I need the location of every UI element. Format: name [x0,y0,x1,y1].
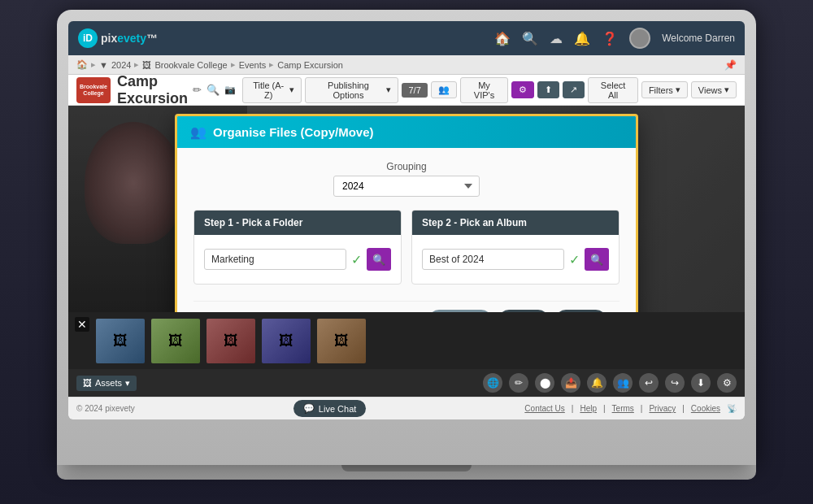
organize-button[interactable]: ⚙ [511,81,534,98]
camera-icon[interactable]: 📷 [224,85,236,95]
logo-text: pixevety™ [101,32,158,45]
laptop-base [57,465,756,480]
bottom-icon-bell[interactable]: 🔔 [587,373,606,393]
bottom-icon-forward[interactable]: ↪ [665,373,685,393]
folder-search-button[interactable]: 🔍 [367,248,391,271]
sort-button[interactable]: Title (A-Z) ▾ [242,77,302,103]
footer: © 2024 pixevety 💬 Live Chat Contact Us |… [68,397,745,419]
grouping-section: Grouping 2024 [193,161,620,197]
bottom-icon-upload[interactable]: 📤 [561,373,580,393]
edit-icon[interactable]: ✏ [193,84,202,96]
chevron-down-icon: ▾ [676,85,680,95]
grouping-select[interactable]: 2024 [333,176,480,197]
thumbnail-1[interactable]: 🖼 [96,319,145,363]
footer-help[interactable]: Help [580,404,597,413]
thumbnail-2[interactable]: 🖼 [151,319,200,363]
footer-privacy[interactable]: Privacy [649,404,676,413]
bottom-icon-globe[interactable]: 🌐 [483,373,502,393]
step2-header: Step 2 - Pick an Album [412,211,619,235]
footer-contact[interactable]: Contact Us [524,404,564,413]
live-chat-button[interactable]: 💬 Live Chat [293,400,366,417]
step2-box: Step 2 - Pick an Album ✓ 🔍 [411,210,620,285]
folder-input[interactable] [204,249,346,270]
share2-icon-btn[interactable]: ↗ [563,81,585,98]
bottom-icon-back[interactable]: ↩ [639,373,659,393]
step1-header: Step 1 - Pick a Folder [194,211,401,235]
footer-links: Contact Us | Help | Terms | Privacy | Co… [524,404,737,413]
footer-terms[interactable]: Terms [612,404,634,413]
breadcrumb: 🏠 ▸ ▼ 2024 ▸ 🖼 Brookvale College ▸ Event… [68,55,745,75]
copyright: © 2024 pixevety [76,404,135,413]
assets-button[interactable]: 🖼 Assets ▾ [76,376,137,391]
search-icon: 🔍 [372,254,385,266]
bottom-icon-edit[interactable]: ✏ [509,373,528,393]
footer-sep3: | [641,404,643,413]
laptop-shell: iD pixevety™ 🏠 🔍 ☁ 🔔 ❓ Welcome [57,10,756,465]
pin-icon[interactable]: 📌 [724,59,737,71]
thumb-image-1: 🖼 [96,319,145,363]
check-icon: ✓ [351,252,362,267]
breadcrumb-school[interactable]: Brookvale College [154,60,227,70]
breadcrumb-page: Camp Excursion [277,60,343,70]
nav-icons: 🏠 🔍 ☁ 🔔 ❓ Welcome Darren [494,28,735,49]
check-icon-2: ✓ [569,252,580,267]
vip-button[interactable]: My VIP's [460,77,509,103]
page-title: Camp Excursion [117,73,188,107]
breadcrumb-filter[interactable]: ▼ [99,60,108,70]
school-logo: Brookvale College [76,77,111,103]
breadcrumb-year[interactable]: 2024 [111,60,131,70]
thumbnail-strip: ✕ 🖼 🖼 🖼 🖼 [68,312,745,369]
step1-box: Step 1 - Pick a Folder ✓ 🔍 [193,210,402,285]
thumb-image-3: 🖼 [207,319,255,363]
footer-sep4: | [682,404,685,413]
thumbnail-3[interactable]: 🖼 [207,319,255,363]
count-button[interactable]: 7/7 [402,83,427,98]
footer-cookies[interactable]: Cookies [691,404,720,413]
share-icon-btn[interactable]: ⬆ [537,81,559,98]
modal-overlay: 👥 Organise Files (Copy/Move) Grouping 20… [68,106,745,312]
bottom-icon-download[interactable]: ⬇ [691,373,711,393]
breadcrumb-event[interactable]: Events [239,60,267,70]
thumbnail-5[interactable]: 🖼 [317,319,366,363]
footer-sep1: | [572,404,574,413]
home-icon[interactable]: 🏠 [494,31,511,46]
step2-content: ✓ 🔍 [412,235,619,284]
content-toolbar: Brookvale College Camp Excursion ✏ 🔍 📷 T… [68,75,745,106]
rss-icon[interactable]: 📡 [727,404,737,413]
thumb-image-5: 🖼 [317,319,366,363]
chevron-down-icon: ▾ [386,85,391,95]
modal-footer: CANCEL COPY MOVE [193,301,620,312]
album-input[interactable] [422,249,564,270]
help-icon[interactable]: ❓ [602,31,618,46]
organize-modal: 👥 Organise Files (Copy/Move) Grouping 20… [175,114,638,312]
page-title-area: Camp Excursion ✏ 🔍 📷 [117,73,236,107]
chat-icon: 💬 [303,403,315,414]
chevron-down-icon: ▾ [289,85,294,95]
chevron-down-icon: ▾ [724,85,729,95]
people-icon-btn[interactable]: 👥 [431,81,457,98]
bottom-icon-circle[interactable]: ⬤ [535,373,554,393]
steps-row: Step 1 - Pick a Folder ✓ 🔍 [193,210,620,285]
select-all-button[interactable]: Select All [588,77,638,103]
breadcrumb-icon: 🖼 [142,60,151,70]
album-search-button[interactable]: 🔍 [585,248,609,271]
upload-icon[interactable]: ☁ [550,31,563,46]
breadcrumb-home[interactable]: 🏠 [76,59,88,70]
bell-icon[interactable]: 🔔 [574,31,590,46]
avatar[interactable] [629,28,650,49]
thumbnail-4[interactable]: 🖼 [262,319,311,363]
title-search-icon[interactable]: 🔍 [207,84,220,96]
close-strip-button[interactable]: ✕ [75,317,89,332]
step2-label: Step 2 - Pick an Album [422,217,527,228]
filters-button[interactable]: Filters ▾ [641,81,688,98]
bottom-icon-people[interactable]: 👥 [613,373,633,393]
bottom-toolbar: 🖼 Assets ▾ 🌐 ✏ ⬤ 📤 🔔 👥 ↩ ↪ [68,369,745,397]
search-icon[interactable]: 🔍 [522,31,538,46]
views-button[interactable]: Views ▾ [691,81,737,98]
chevron-down-icon: ▾ [125,378,130,389]
assets-icon: 🖼 [83,378,92,388]
publish-button[interactable]: Publishing Options ▾ [305,77,398,103]
step1-content: ✓ 🔍 [194,235,401,284]
bottom-icon-gear[interactable]: ⚙ [717,373,737,393]
thumb-image-4: 🖼 [262,319,311,363]
